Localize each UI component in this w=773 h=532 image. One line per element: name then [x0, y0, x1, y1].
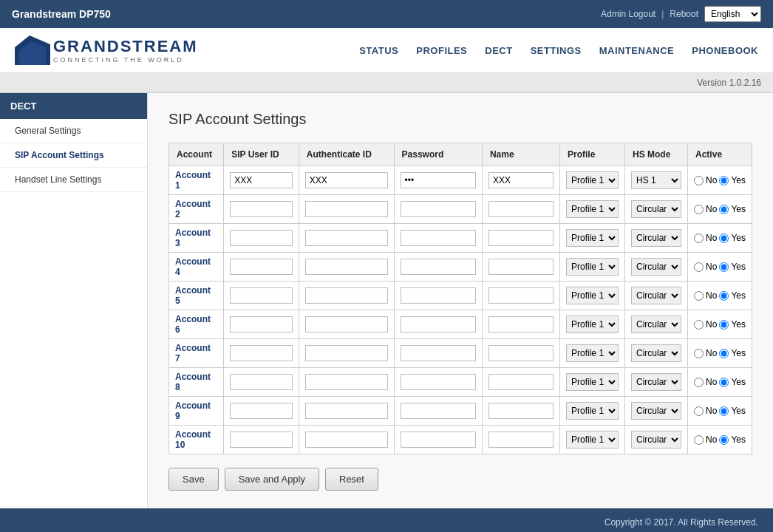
active-yes-radio[interactable]	[719, 320, 729, 330]
sip-user-id-input[interactable]	[230, 201, 293, 217]
active-yes-radio[interactable]	[719, 291, 729, 301]
password-cell	[394, 310, 482, 339]
auth-id-input[interactable]	[305, 345, 388, 361]
nav-status[interactable]: STATUS	[359, 45, 398, 56]
active-yes-label[interactable]: Yes	[731, 175, 746, 185]
active-no-radio[interactable]	[694, 320, 704, 330]
sip-user-id-input[interactable]	[230, 345, 293, 361]
sip-user-id-input[interactable]	[230, 230, 293, 246]
auth-id-input[interactable]	[305, 403, 388, 419]
profile-select[interactable]: Profile 1Profile 2Profile 3Profile 4	[566, 344, 619, 362]
header: GRANDSTREAM CONNECTING THE WORLD STATUS …	[0, 28, 773, 73]
hs-mode-select[interactable]: CircularHS 1HS 2HS 3HS 4HS 5	[631, 200, 681, 218]
nav-dect[interactable]: DECT	[485, 45, 512, 56]
auth-id-input[interactable]	[305, 201, 388, 217]
name-input[interactable]	[488, 374, 554, 390]
active-no-radio[interactable]	[694, 406, 704, 416]
sidebar-item-general-settings[interactable]: General Settings	[0, 119, 147, 143]
active-no-radio[interactable]	[694, 349, 704, 358]
profile-select[interactable]: Profile 1Profile 2Profile 3Profile 4	[566, 373, 619, 391]
password-input[interactable]	[401, 403, 476, 419]
password-input[interactable]	[401, 345, 476, 361]
hs-mode-select[interactable]: CircularHS 1HS 2HS 3	[631, 373, 681, 391]
auth-id-input[interactable]	[305, 374, 388, 390]
name-input[interactable]	[488, 201, 554, 217]
active-yes-radio[interactable]	[719, 349, 729, 358]
account-label: Account 5	[169, 282, 224, 310]
active-no-radio[interactable]	[694, 378, 704, 387]
password-input[interactable]	[401, 259, 476, 275]
password-input[interactable]	[401, 230, 476, 246]
profile-select[interactable]: Profile 1Profile 2Profile 3Profile 4	[566, 402, 619, 420]
active-no-radio[interactable]	[694, 262, 704, 272]
auth-id-input[interactable]	[305, 287, 388, 304]
nav-profiles[interactable]: PROFILES	[416, 45, 467, 56]
hs-mode-select[interactable]: CircularHS 1HS 2HS 3	[631, 431, 681, 449]
name-input[interactable]	[488, 259, 554, 275]
active-no-radio[interactable]	[694, 291, 704, 301]
name-input[interactable]	[488, 287, 554, 304]
profile-select[interactable]: Profile 1Profile 2Profile 3Profile 4	[566, 200, 619, 218]
profile-select[interactable]: Profile 1 Profile 2 Profile 3 Profile 4	[566, 171, 619, 189]
sip-user-id-input[interactable]	[230, 316, 293, 332]
auth-id-input[interactable]	[305, 230, 388, 246]
auth-id-input[interactable]	[305, 172, 388, 188]
profile-select[interactable]: Profile 1Profile 2Profile 3Profile 4	[566, 431, 619, 449]
sidebar-item-handset-line-settings[interactable]: Handset Line Settings	[0, 168, 147, 192]
auth-id-input[interactable]	[305, 316, 388, 332]
hs-mode-select[interactable]: HS 1 HS 2 HS 3 HS 4 HS 5 Circular	[631, 171, 681, 189]
sip-user-id-input[interactable]	[230, 432, 293, 448]
sip-user-id-input[interactable]	[230, 374, 293, 390]
profile-select[interactable]: Profile 1Profile 2Profile 3Profile 4	[566, 287, 619, 304]
password-input[interactable]	[401, 316, 476, 332]
active-no-radio[interactable]	[694, 205, 704, 214]
active-no-radio[interactable]	[694, 435, 704, 445]
sip-user-id-input[interactable]	[230, 172, 293, 188]
name-input[interactable]	[488, 403, 554, 419]
reboot-link[interactable]: Reboot	[670, 9, 698, 19]
active-yes-radio[interactable]	[719, 205, 729, 214]
hs-mode-select[interactable]: CircularHS 1HS 2HS 3	[631, 316, 681, 333]
active-no-label[interactable]: No	[706, 175, 717, 185]
active-yes-radio[interactable]	[719, 378, 729, 387]
admin-logout-link[interactable]: Admin Logout	[601, 9, 655, 19]
hs-mode-select[interactable]: CircularHS 1HS 2HS 3	[631, 402, 681, 420]
password-input[interactable]	[401, 201, 476, 217]
hs-mode-select[interactable]: CircularHS 1HS 2HS 3	[631, 287, 681, 304]
nav-maintenance[interactable]: MAINTENANCE	[599, 45, 675, 56]
name-input[interactable]	[488, 230, 554, 246]
sidebar-item-sip-account-settings[interactable]: SIP Account Settings	[0, 143, 147, 168]
save-and-apply-button[interactable]: Save and Apply	[225, 468, 319, 491]
active-yes-radio[interactable]	[719, 176, 729, 185]
hs-mode-select[interactable]: CircularHS 1HS 2HS 3	[631, 344, 681, 362]
reset-button[interactable]: Reset	[325, 468, 378, 491]
active-yes-radio[interactable]	[719, 435, 729, 445]
active-no-radio[interactable]	[694, 176, 704, 185]
language-select[interactable]: English Español Français Deutsch	[704, 6, 761, 22]
password-input[interactable]	[401, 374, 476, 390]
name-input[interactable]	[488, 172, 554, 188]
profile-select[interactable]: Profile 1Profile 2Profile 3Profile 4	[566, 258, 619, 276]
auth-id-input[interactable]	[305, 432, 388, 448]
sip-user-id-input[interactable]	[230, 403, 293, 419]
profile-select[interactable]: Profile 1Profile 2Profile 3Profile 4	[566, 229, 619, 247]
name-input[interactable]	[488, 345, 554, 361]
nav-phonebook[interactable]: PHONEBOOK	[692, 45, 758, 56]
sip-user-id-input[interactable]	[230, 287, 293, 304]
active-yes-radio[interactable]	[719, 233, 729, 243]
sip-user-id-input[interactable]	[230, 259, 293, 275]
hs-mode-select[interactable]: CircularHS 1HS 2HS 3	[631, 229, 681, 247]
save-button[interactable]: Save	[168, 468, 219, 491]
name-input[interactable]	[488, 432, 554, 448]
active-yes-radio[interactable]	[719, 262, 729, 272]
password-input[interactable]	[401, 432, 476, 448]
auth-id-input[interactable]	[305, 259, 388, 275]
nav-settings[interactable]: SETTINGS	[531, 45, 582, 56]
name-input[interactable]	[488, 316, 554, 332]
hs-mode-select[interactable]: CircularHS 1HS 2HS 3	[631, 258, 681, 276]
profile-select[interactable]: Profile 1Profile 2Profile 3Profile 4	[566, 316, 619, 333]
password-input[interactable]	[401, 172, 476, 188]
active-yes-radio[interactable]	[719, 406, 729, 416]
password-input[interactable]	[401, 287, 476, 304]
active-no-radio[interactable]	[694, 233, 704, 243]
